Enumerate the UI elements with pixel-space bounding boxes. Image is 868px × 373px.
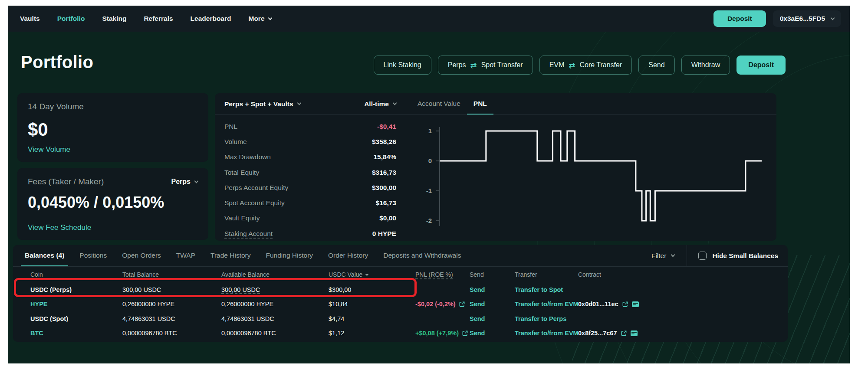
stat-label: Perps Account Equity xyxy=(224,184,288,192)
external-link-icon[interactable] xyxy=(621,330,627,336)
wallet-card-icon[interactable] xyxy=(631,330,638,336)
contract-address: 0x8f25...7c67 xyxy=(578,330,617,337)
usdc-value: $10,84 xyxy=(329,301,415,308)
stat-label: Staking Account xyxy=(224,230,273,238)
tab-pnl[interactable]: PNL xyxy=(467,93,493,115)
available-balance-value: 0,0000096780 BTC xyxy=(221,330,329,337)
send-link[interactable]: Send xyxy=(470,330,485,337)
send-button[interactable]: Send xyxy=(638,56,674,75)
stat-row-perps-equity: Perps Account Equity $300,00 xyxy=(224,180,396,195)
tab-open-orders[interactable]: Open Orders xyxy=(118,245,165,266)
nav-item-staking[interactable]: Staking xyxy=(102,15,126,23)
total-balance-value: 0,0000096780 BTC xyxy=(122,330,221,337)
filter-label: Filter xyxy=(651,252,666,260)
send-link[interactable]: Send xyxy=(470,301,485,308)
tab-twap[interactable]: TWAP xyxy=(172,245,199,266)
fees-card: Fees (Taker / Maker) Perps 0,0450% / 0,0… xyxy=(17,168,208,240)
stat-label: Vault Equity xyxy=(224,214,260,222)
chevron-down-icon xyxy=(393,101,397,105)
coin-name: HYPE xyxy=(30,301,122,308)
deposit-button[interactable]: Deposit xyxy=(736,56,786,75)
column-pnl-roe: PNL (ROE %) xyxy=(415,271,453,278)
table-row-btc: BTC 0,0000096780 BTC 0,0000096780 BTC $1… xyxy=(13,326,788,341)
stat-label: Total Equity xyxy=(224,169,259,177)
transfer-evm-link[interactable]: Transfer to/from EVM xyxy=(515,330,579,337)
table-row-hype: HYPE 0,26000000 HYPE 0,26000000 HYPE $10… xyxy=(13,297,788,312)
available-balance-value: 300,00 USDC xyxy=(221,286,260,293)
view-fee-schedule-link[interactable]: View Fee Schedule xyxy=(28,223,91,232)
stat-row-vault-equity: Vault Equity $0,00 xyxy=(224,211,396,226)
wallet-address: 0x3aE6...5FD5 xyxy=(780,15,825,23)
transfer-to-perps-link[interactable]: Transfer to Perps xyxy=(515,315,566,322)
hide-small-balances-toggle[interactable]: Hide Small Balances xyxy=(687,252,788,260)
wallet-card-icon[interactable] xyxy=(632,301,639,307)
link-staking-button[interactable]: Link Staking xyxy=(374,56,431,75)
column-usdc-value-sort[interactable]: USDC Value xyxy=(329,271,415,278)
spot-transfer-label: Spot Transfer xyxy=(481,61,523,69)
total-balance-value: 0,26000000 HYPE xyxy=(122,301,221,308)
tab-positions[interactable]: Positions xyxy=(76,245,111,266)
tab-account-value[interactable]: Account Value xyxy=(411,93,467,115)
chevron-down-icon xyxy=(297,101,301,105)
fees-selector-value: Perps xyxy=(171,178,191,186)
pnl-cell: +$0,08 (+7,9%) xyxy=(415,330,470,337)
nav-items: Vaults Portfolio Staking Referrals Leade… xyxy=(20,15,272,23)
withdraw-button[interactable]: Withdraw xyxy=(681,56,730,75)
stat-label: Volume xyxy=(224,138,247,146)
swap-arrows-icon: ⇄ xyxy=(569,61,575,70)
stat-value: $358,26 xyxy=(372,138,396,146)
portfolio-actions: Link Staking Perps ⇄ Spot Transfer EVM ⇄… xyxy=(374,56,786,75)
stat-value: $300,00 xyxy=(372,184,396,192)
wallet-address-menu[interactable]: 0x3aE6...5FD5 xyxy=(773,10,841,27)
app-window: Vaults Portfolio Staking Referrals Leade… xyxy=(8,6,850,363)
chevron-down-icon xyxy=(268,16,272,20)
send-link[interactable]: Send xyxy=(470,315,485,322)
stat-row-staking-account: Staking Account 0 HYPE xyxy=(224,226,396,241)
stat-row-max-drawdown: Max Drawdown 15,84% xyxy=(224,150,396,165)
tab-trade-history[interactable]: Trade History xyxy=(207,245,254,266)
transfer-to-spot-link[interactable]: Transfer to Spot xyxy=(515,286,563,293)
nav-item-portfolio[interactable]: Portfolio xyxy=(57,15,85,23)
column-available-balance: Available Balance xyxy=(221,271,329,278)
pnl-step-chart: 10-1-2 xyxy=(406,115,769,241)
stat-row-pnl: PNL -$0,41 xyxy=(224,119,396,134)
filter-dropdown[interactable]: Filter xyxy=(639,252,687,260)
external-link-icon[interactable] xyxy=(622,301,628,307)
nav-item-leaderboard[interactable]: Leaderboard xyxy=(191,15,231,23)
stat-value: $316,73 xyxy=(372,169,396,177)
fees-market-selector[interactable]: Perps xyxy=(171,178,198,186)
coin-name: USDC (Perps) xyxy=(30,286,122,293)
table-tabs: Balances (4) Positions Open Orders TWAP … xyxy=(13,245,788,267)
tab-funding-history[interactable]: Funding History xyxy=(262,245,317,266)
tab-order-history[interactable]: Order History xyxy=(324,245,372,266)
pnl-chart-area: 10-1-2 xyxy=(406,115,776,241)
tab-balances[interactable]: Balances (4) xyxy=(21,245,68,266)
column-send: Send xyxy=(470,271,515,278)
perps-spot-transfer-button[interactable]: Perps ⇄ Spot Transfer xyxy=(438,56,533,75)
evm-core-transfer-button[interactable]: EVM ⇄ Core Transfer xyxy=(539,56,632,75)
total-balance-value: 300,00 USDC xyxy=(122,286,221,293)
top-nav: Vaults Portfolio Staking Referrals Leade… xyxy=(8,6,850,32)
view-volume-link[interactable]: View Volume xyxy=(28,145,70,154)
scope-selector-dropdown[interactable]: Perps + Spot + Vaults xyxy=(224,100,301,108)
tab-deposits-withdrawals[interactable]: Deposits and Withdrawals xyxy=(379,245,465,266)
external-link-icon[interactable] xyxy=(462,330,468,336)
nav-item-vaults[interactable]: Vaults xyxy=(20,15,40,23)
svg-text:-2: -2 xyxy=(426,217,432,224)
table-row-usdc-spot: USDC (Spot) 4,74863031 USDC 4,74863031 U… xyxy=(13,311,788,326)
swap-arrows-icon: ⇄ xyxy=(470,61,477,70)
period-selector-dropdown[interactable]: All-time xyxy=(364,100,396,108)
send-link[interactable]: Send xyxy=(470,286,485,293)
core-transfer-label: Core Transfer xyxy=(579,61,622,69)
transfer-evm-link[interactable]: Transfer to/from EVM xyxy=(515,301,579,308)
hide-small-balances-checkbox[interactable] xyxy=(698,252,707,260)
column-total-balance: Total Balance xyxy=(122,271,221,278)
nav-deposit-button[interactable]: Deposit xyxy=(713,10,766,27)
nav-item-more[interactable]: More xyxy=(248,15,271,23)
nav-item-referrals[interactable]: Referrals xyxy=(144,15,173,23)
stats-selectors: Perps + Spot + Vaults All-time xyxy=(215,93,406,115)
external-link-icon[interactable] xyxy=(459,301,465,307)
stat-row-spot-equity: Spot Account Equity $16,73 xyxy=(224,195,396,210)
svg-text:1: 1 xyxy=(428,127,432,134)
chevron-down-icon xyxy=(671,253,675,257)
